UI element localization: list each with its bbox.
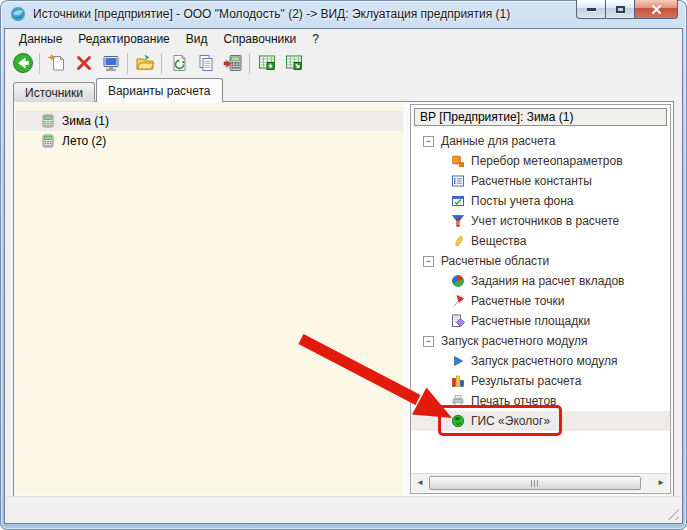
window-controls xyxy=(576,0,678,19)
tree-item-label: Посты учета фона xyxy=(471,194,574,208)
maximize-button[interactable] xyxy=(606,0,634,19)
substances-icon xyxy=(451,234,465,248)
tree-item-meteo-params[interactable]: Перебор метеопараметров xyxy=(411,151,670,171)
tree-item-sources-accounting[interactable]: Учет источников в расчете xyxy=(411,211,670,231)
play-icon xyxy=(451,354,465,368)
tree-group-label: Запуск расчетного модуля xyxy=(441,334,587,348)
map-pin-icon xyxy=(451,294,465,308)
meteo-params-icon xyxy=(451,154,465,168)
tree-item-label: ГИС «Эколог» xyxy=(471,414,550,428)
view-monitor-icon xyxy=(101,53,121,73)
calculator-icon xyxy=(223,53,243,73)
variant-header: ВР [Предприятие]: Зима (1) xyxy=(414,108,667,126)
tree-item-label: Перебор метеопараметров xyxy=(471,154,623,168)
constants-icon xyxy=(451,174,465,188)
refresh-document-icon xyxy=(169,53,189,73)
calculator-button[interactable] xyxy=(219,50,246,76)
menu-references[interactable]: Справочники xyxy=(216,30,305,48)
tree-item-label: Расчетные константы xyxy=(471,174,592,188)
maximize-icon xyxy=(616,6,625,13)
scrollbar-thumb[interactable] xyxy=(429,476,641,490)
export-table-button[interactable] xyxy=(253,50,280,76)
open-folder-icon xyxy=(135,53,155,73)
tree-item-gis-ecolog[interactable]: ГИС «Эколог» xyxy=(411,411,670,431)
export-table-icon xyxy=(257,53,277,73)
calculation-variant-icon xyxy=(41,114,55,128)
tree-item-calculation-points[interactable]: Расчетные точки xyxy=(411,291,670,311)
tree-item-label: Печать отчетов xyxy=(471,394,557,408)
delete-button[interactable] xyxy=(70,50,97,76)
collapse-icon[interactable]: − xyxy=(423,136,434,147)
tree-item-label: Вещества xyxy=(471,234,527,248)
calculation-variant-icon xyxy=(41,134,55,148)
back-button[interactable] xyxy=(9,50,36,76)
close-button[interactable] xyxy=(634,0,678,19)
tree-group-calculation-areas[interactable]: − Расчетные области xyxy=(411,251,670,271)
horizontal-scrollbar[interactable]: ◄ ► xyxy=(412,473,669,492)
menu-help[interactable]: ? xyxy=(304,30,327,48)
refresh-document-button[interactable] xyxy=(165,50,192,76)
scroll-left-icon[interactable]: ◄ xyxy=(412,474,428,492)
toolbar-separator xyxy=(249,53,250,74)
tree-item-background-posts[interactable]: Посты учета фона xyxy=(411,191,670,211)
tree-item-contribution-tasks[interactable]: Задания на расчет вкладов xyxy=(411,271,670,291)
toolbar-separator xyxy=(161,53,162,74)
tree-item-calculation-sites[interactable]: Расчетные площадки xyxy=(411,311,670,331)
tree-item-calculation-results[interactable]: Результаты расчета xyxy=(411,371,670,391)
menu-data[interactable]: Данные xyxy=(11,30,70,48)
tab-page: Зима (1) Лето (2) ВР [Предприятие]: Зима… xyxy=(13,101,674,497)
variant-row-winter[interactable]: Зима (1) xyxy=(15,111,403,131)
variant-row-summer[interactable]: Лето (2) xyxy=(15,131,403,151)
tree-item-label: Расчетные точки xyxy=(471,294,564,308)
variant-actions-panel: ВР [Предприятие]: Зима (1) − Данные для … xyxy=(410,104,671,494)
copy-button[interactable] xyxy=(192,50,219,76)
resize-grip-icon[interactable] xyxy=(667,508,679,520)
export-table-alt-icon xyxy=(284,53,304,73)
pie-chart-icon xyxy=(451,274,465,288)
tree-item-label: Задания на расчет вкладов xyxy=(471,274,624,288)
toolbar-separator xyxy=(127,53,128,74)
collapse-icon[interactable]: − xyxy=(423,256,434,267)
bar-chart-icon xyxy=(451,374,465,388)
tree-item-run-module[interactable]: Запуск расчетного модуля xyxy=(411,351,670,371)
tree-group-calculation-data[interactable]: − Данные для расчета xyxy=(411,131,670,151)
tree-item-label: Запуск расчетного модуля xyxy=(471,354,617,368)
app-window: Источники [предприятие] - ООО "Молодость… xyxy=(0,0,687,530)
actions-tree: − Данные для расчета Перебор метеопараме… xyxy=(411,131,670,472)
tabstrip: Источники Варианты расчета xyxy=(13,78,674,102)
tree-group-run-module[interactable]: − Запуск расчетного модуля xyxy=(411,331,670,351)
sources-filter-icon xyxy=(451,214,465,228)
tab-sources[interactable]: Источники xyxy=(13,82,95,102)
tree-item-label: Учет источников в расчете xyxy=(471,214,619,228)
variant-label: Зима (1) xyxy=(62,114,109,128)
toolbar xyxy=(5,49,682,77)
statusbar xyxy=(5,496,682,523)
new-item-button[interactable] xyxy=(43,50,70,76)
view-monitor-button[interactable] xyxy=(97,50,124,76)
tree-group-label: Расчетные области xyxy=(441,254,549,268)
close-icon xyxy=(651,4,662,15)
new-item-icon xyxy=(47,53,67,73)
delete-icon xyxy=(74,53,94,73)
tree-group-label: Данные для расчета xyxy=(441,134,555,148)
export-table-alt-button[interactable] xyxy=(280,50,307,76)
toolbar-separator xyxy=(39,53,40,74)
open-folder-button[interactable] xyxy=(131,50,158,76)
gis-ecolog-icon xyxy=(451,414,465,428)
tree-item-print-reports[interactable]: Печать отчетов xyxy=(411,391,670,411)
collapse-icon[interactable]: − xyxy=(423,336,434,347)
variants-list-panel[interactable]: Зима (1) Лето (2) xyxy=(15,103,403,495)
minimize-icon xyxy=(587,8,596,11)
tree-item-label: Расчетные площадки xyxy=(471,314,590,328)
menu-view[interactable]: Вид xyxy=(178,30,216,48)
app-icon xyxy=(10,6,26,22)
tree-item-constants[interactable]: Расчетные константы xyxy=(411,171,670,191)
variant-label: Лето (2) xyxy=(62,134,106,148)
menu-edit[interactable]: Редактирование xyxy=(70,30,177,48)
tree-item-substances[interactable]: Вещества xyxy=(411,231,670,251)
back-icon xyxy=(12,52,34,74)
tab-calculation-variants[interactable]: Варианты расчета xyxy=(96,78,223,102)
minimize-button[interactable] xyxy=(576,0,606,19)
scroll-right-icon[interactable]: ► xyxy=(653,474,669,492)
window-title: Источники [предприятие] - ООО "Молодость… xyxy=(33,7,510,21)
